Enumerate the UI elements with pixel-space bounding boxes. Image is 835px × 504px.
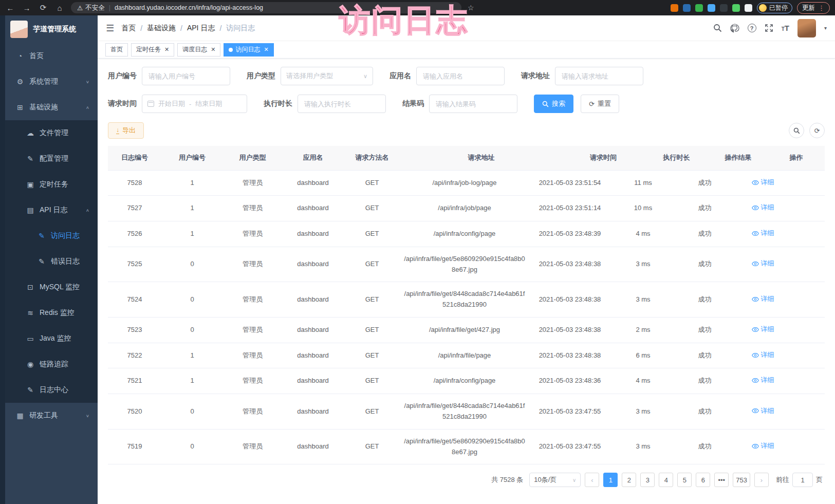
page-button-1[interactable]: 1 (603, 473, 618, 487)
user-type-select[interactable]: 请选择用户类型 ∨ (281, 67, 373, 85)
sidebar-item-redis[interactable]: ≋Redis 监控 (5, 300, 98, 326)
detail-link[interactable]: 详细 (752, 258, 774, 269)
detail-link[interactable]: 详细 (752, 294, 774, 305)
user-id-cell: 1 (161, 344, 223, 368)
app-name-input[interactable] (416, 67, 505, 85)
hamburger-icon[interactable]: ☰ (106, 23, 114, 34)
fullscreen-icon[interactable] (765, 24, 773, 32)
extension-icon-3[interactable] (695, 4, 703, 12)
search-icon[interactable] (713, 24, 722, 32)
result-cell: 成功 (675, 400, 734, 424)
filter-row-1: 用户编号 用户类型 请选择用户类型 ∨ 应用名 (108, 67, 825, 85)
tag-首页[interactable]: 首页 (105, 43, 128, 57)
tag-访问日志[interactable]: 访问日志✕ (224, 43, 273, 57)
app-name-cell: dashboard (282, 252, 344, 276)
sidebar-item-dev-tools[interactable]: ▦研发工具∨ (5, 403, 98, 428)
page-button-6[interactable]: 6 (696, 473, 710, 487)
browser-menu-icon[interactable]: ⋮ (818, 4, 825, 12)
tag-label: 调度日志 (182, 45, 207, 54)
extension-icon-6[interactable] (732, 4, 740, 12)
request-time-cell: 2021-05-03 23:48:38 (529, 344, 611, 368)
detail-link[interactable]: 详细 (752, 228, 774, 239)
app-logo-row[interactable]: 芋道管理系统 (5, 15, 98, 43)
chevron-down-icon[interactable]: ▾ (824, 25, 827, 31)
security-warning[interactable]: ⚠ 不安全 (77, 4, 105, 12)
github-icon[interactable] (730, 24, 739, 33)
detail-link[interactable]: 详细 (752, 406, 774, 417)
breadcrumb-item[interactable]: API 日志 (187, 24, 215, 33)
tag-调度日志[interactable]: 调度日志✕ (177, 43, 220, 57)
detail-link[interactable]: 详细 (752, 324, 774, 335)
jump-page-input[interactable] (792, 473, 813, 487)
page-button-753[interactable]: 753 (733, 473, 750, 487)
request-time-range-picker[interactable]: 开始日期 - 结束日期 (142, 95, 247, 113)
refresh-table-button[interactable]: ⟳ (809, 123, 825, 138)
export-button[interactable]: ↓ 导出 (108, 122, 144, 139)
toggle-search-button[interactable] (789, 123, 804, 138)
browser-forward-icon[interactable]: → (22, 4, 32, 12)
bookmark-star-icon[interactable]: ☆ (468, 4, 474, 12)
sidebar-item-java[interactable]: ▭Java 监控 (5, 326, 98, 351)
page-button-2[interactable]: 2 (622, 473, 636, 487)
address-bar[interactable]: ⚠ 不安全 | dashboard.yudao.iocoder.cn/infra… (71, 2, 461, 13)
next-page-button[interactable]: › (754, 473, 769, 487)
sidebar-item-infra[interactable]: ⊞基础设施∧ (5, 95, 98, 120)
profile-paused-badge[interactable]: 已暂停 (757, 3, 792, 13)
detail-link[interactable]: 详细 (752, 202, 774, 213)
detail-link[interactable]: 详细 (752, 350, 774, 361)
breadcrumb-item[interactable]: 基础设施 (147, 24, 176, 33)
detail-link[interactable]: 详细 (752, 441, 774, 452)
extension-icon-7[interactable] (745, 4, 752, 12)
page-ellipsis[interactable]: ••• (714, 473, 729, 487)
tag-label: 首页 (110, 45, 123, 54)
browser-reload-icon[interactable]: ⟳ (38, 3, 48, 12)
method-cell: GET (344, 171, 400, 195)
request-url-input[interactable] (555, 67, 643, 85)
detail-link[interactable]: 详细 (752, 375, 774, 386)
sidebar-item-system[interactable]: ⚙系统管理∨ (5, 69, 98, 95)
close-icon[interactable]: ✕ (164, 46, 169, 53)
avatar[interactable] (797, 19, 816, 38)
sidebar-item-trace[interactable]: ◉链路追踪 (5, 351, 98, 377)
close-icon[interactable]: ✕ (211, 46, 215, 53)
font-size-icon[interactable]: TT (782, 24, 789, 32)
sidebar-item-api-log[interactable]: ▤API 日志∧ (5, 197, 98, 223)
sidebar-item-job[interactable]: ▣定时任务 (5, 172, 98, 197)
sidebar-item-mysql[interactable]: ⊡MySQL 监控 (5, 274, 98, 300)
detail-link[interactable]: 详细 (752, 177, 774, 188)
sidebar-item-error-log[interactable]: ✎错误日志 (5, 249, 98, 274)
prev-page-button[interactable]: ‹ (585, 473, 599, 487)
close-icon[interactable]: ✕ (264, 46, 268, 53)
sidebar-item-config[interactable]: ✎配置管理 (5, 146, 98, 172)
extension-icon-4[interactable] (708, 4, 715, 12)
result-code-input[interactable] (429, 95, 517, 113)
sidebar-item-log-center[interactable]: ✎日志中心 (5, 377, 98, 403)
help-icon[interactable]: ? (748, 24, 756, 32)
extension-icon-5[interactable] (720, 4, 728, 12)
user-type-cell: 管理员 (223, 344, 282, 368)
browser-home-icon[interactable]: ⌂ (54, 4, 65, 12)
column-header: 操作结果 (709, 146, 768, 170)
page-button-4[interactable]: 4 (659, 473, 673, 487)
action-cell: 详细 (734, 221, 791, 247)
page-button-5[interactable]: 5 (677, 473, 692, 487)
sidebar-item-access-log[interactable]: ✎访问日志 (5, 223, 98, 249)
sidebar-item-home[interactable]: ◔首页 (5, 43, 98, 69)
sidebar-item-file[interactable]: ☁文件管理 (5, 120, 98, 146)
page-size-select[interactable]: 10条/页 ∨ (529, 473, 581, 487)
app-title: 芋道管理系统 (33, 25, 76, 34)
user-type-cell: 管理员 (223, 222, 282, 246)
sidebar-item-label: 基础设施 (29, 103, 58, 112)
extension-icon-2[interactable] (683, 4, 691, 12)
page-button-3[interactable]: 3 (640, 473, 655, 487)
tag-定时任务[interactable]: 定时任务✕ (131, 43, 174, 57)
duration-input[interactable] (298, 95, 386, 113)
browser-back-icon[interactable]: ← (5, 4, 15, 12)
breadcrumb-item[interactable]: 首页 (121, 24, 136, 33)
reset-button[interactable]: ⟳ 重置 (581, 95, 619, 113)
user-id-input[interactable] (142, 67, 230, 85)
extension-icon-1[interactable] (671, 4, 678, 12)
sidebar-edge (0, 15, 5, 504)
search-button[interactable]: 搜索 (534, 95, 573, 113)
browser-update-button[interactable]: 更新 ⋮ (797, 2, 830, 14)
